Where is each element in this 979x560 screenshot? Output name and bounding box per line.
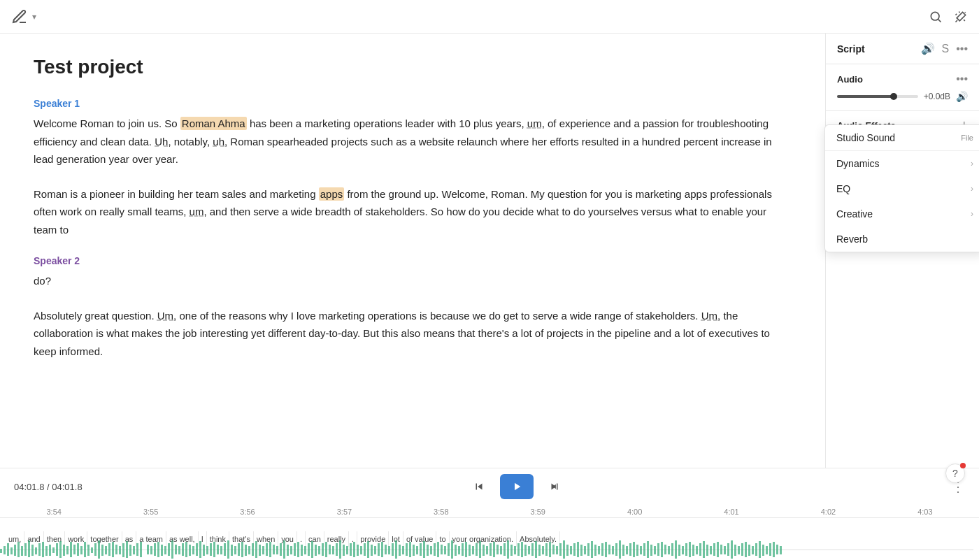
help-button[interactable]: ?: [945, 464, 965, 483]
svg-rect-176: [615, 543, 617, 556]
svg-rect-219: [766, 546, 768, 554]
logo-chevron[interactable]: ▾: [32, 12, 36, 22]
svg-rect-122: [427, 545, 429, 556]
highlight-roman-ahma: Roman Ahma: [180, 117, 247, 130]
svg-rect-133: [465, 542, 467, 557]
eq-chevron: ›: [971, 184, 973, 194]
svg-rect-16: [52, 547, 55, 553]
svg-rect-5: [14, 545, 16, 556]
audio-section: Audio ••• +0.0dB 🔊: [826, 64, 979, 111]
svg-rect-75: [262, 546, 264, 554]
effect-eq[interactable]: EQ ›: [825, 176, 979, 201]
svg-rect-155: [542, 546, 544, 554]
svg-rect-64: [224, 543, 226, 556]
svg-rect-184: [643, 543, 645, 556]
volume-icon[interactable]: 🔊: [921, 42, 935, 55]
volume-fill: [837, 95, 894, 98]
filler-uh-2: uh: [213, 136, 224, 148]
svg-rect-18: [59, 541, 62, 558]
waveform-area: um, and then work together as a team as …: [0, 518, 979, 560]
svg-rect-30: [101, 545, 103, 556]
svg-rect-204: [713, 543, 715, 556]
svg-rect-48: [168, 543, 170, 556]
svg-rect-21: [70, 542, 72, 557]
svg-rect-47: [164, 546, 166, 554]
help-icon: ?: [952, 468, 958, 479]
svg-rect-157: [549, 542, 551, 557]
magic-wand-icon[interactable]: [954, 10, 968, 24]
svg-rect-145: [507, 540, 509, 559]
svg-rect-117: [409, 542, 411, 557]
effect-creative[interactable]: Creative ›: [825, 201, 979, 227]
audio-more-button[interactable]: •••: [956, 73, 968, 85]
svg-rect-119: [416, 546, 418, 554]
play-button[interactable]: [500, 474, 534, 499]
s-icon[interactable]: S: [942, 43, 950, 55]
svg-rect-140: [490, 543, 492, 556]
svg-rect-51: [178, 546, 180, 554]
dynamics-label: Dynamics: [836, 158, 879, 169]
right-panel: Script 🔊 S ••• Audio ••• +0.0dB 🔊: [825, 34, 979, 468]
svg-rect-203: [710, 546, 712, 554]
svg-rect-73: [255, 541, 257, 558]
svg-rect-49: [171, 540, 173, 559]
effect-reverb[interactable]: Reverb: [825, 227, 979, 252]
svg-rect-12: [38, 543, 41, 556]
svg-rect-32: [108, 543, 110, 556]
volume-thumb: [890, 93, 897, 100]
svg-rect-189: [661, 542, 663, 557]
svg-rect-152: [531, 543, 534, 556]
audio-controls: +0.0dB 🔊: [837, 91, 968, 102]
svg-rect-101: [353, 542, 355, 557]
svg-rect-15: [49, 545, 51, 556]
tick-401: 4:01: [683, 508, 780, 516]
svg-rect-188: [657, 543, 659, 556]
svg-rect-94: [329, 545, 331, 554]
svg-rect-102: [357, 545, 359, 556]
svg-rect-222: [776, 545, 778, 554]
svg-rect-162: [566, 545, 569, 556]
playback-area: 04:01.8 / 04:01.8 ⋮ 3:54 3:55 3:56 3:57 …: [0, 468, 979, 560]
audio-volume-icon[interactable]: 🔊: [956, 91, 968, 102]
svg-point-0: [931, 12, 939, 20]
svg-rect-193: [675, 540, 677, 559]
file-tag: File: [961, 134, 973, 142]
svg-rect-182: [636, 545, 638, 556]
svg-rect-167: [584, 546, 586, 554]
volume-slider[interactable]: [837, 95, 918, 98]
svg-rect-196: [685, 543, 687, 556]
svg-rect-26: [87, 545, 90, 556]
svg-rect-139: [486, 546, 488, 554]
svg-rect-106: [371, 545, 373, 556]
svg-rect-54: [189, 545, 191, 556]
svg-rect-41: [140, 542, 142, 557]
effect-studio-sound[interactable]: Studio Sound File: [825, 125, 979, 150]
effect-dynamics[interactable]: Dynamics ›: [825, 151, 979, 176]
svg-rect-81: [283, 540, 285, 559]
svg-rect-160: [559, 543, 562, 556]
svg-rect-67: [234, 546, 236, 554]
panel-header-icons: 🔊 S •••: [921, 42, 968, 55]
filler-uh-1: Uh: [155, 136, 168, 148]
skip-forward-button[interactable]: [542, 474, 567, 499]
speaker-1-para-2: Roman is a pioneer in building her team …: [34, 185, 792, 239]
svg-rect-84: [294, 543, 296, 556]
filler-um-2: um: [190, 206, 204, 217]
current-time: 04:01.8: [14, 482, 44, 492]
svg-rect-3: [7, 543, 9, 556]
skip-back-button[interactable]: [466, 474, 492, 499]
svg-rect-164: [573, 543, 576, 556]
search-icon[interactable]: [929, 10, 943, 24]
svg-rect-70: [245, 545, 247, 556]
panel-more-icon[interactable]: •••: [956, 43, 968, 55]
main-layout: Test project Speaker 1 Welcome Roman to …: [0, 34, 979, 468]
svg-rect-212: [741, 543, 743, 556]
svg-rect-87: [304, 546, 306, 554]
svg-rect-40: [136, 543, 138, 556]
svg-rect-65: [227, 540, 229, 559]
speaker-1-section: Speaker 1 Welcome Roman to join us. So R…: [34, 98, 792, 238]
svg-rect-177: [619, 540, 621, 559]
svg-rect-45: [157, 542, 159, 557]
topbar-right: [929, 10, 968, 24]
audio-section-header: Audio •••: [837, 73, 968, 85]
